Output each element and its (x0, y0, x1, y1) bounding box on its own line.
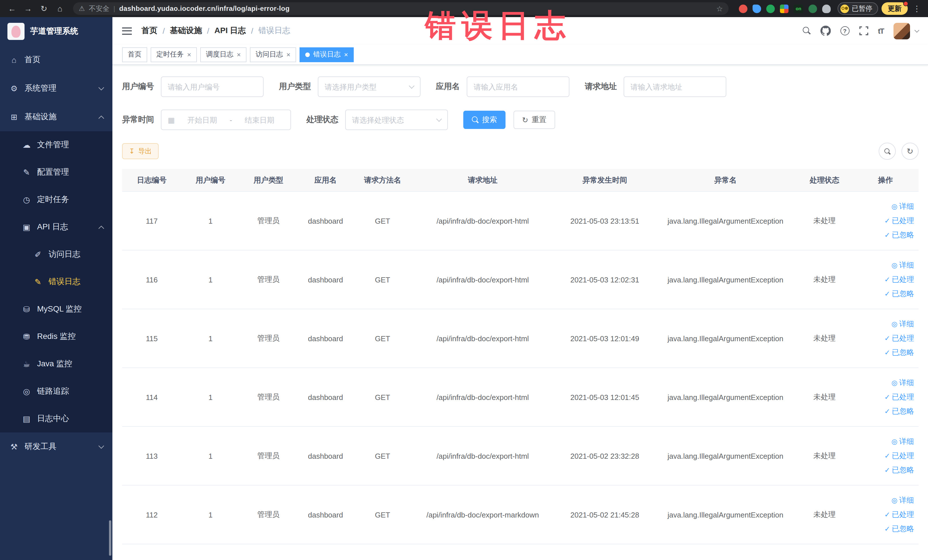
refresh-table-button[interactable]: ↻ (902, 143, 919, 160)
user-type-input[interactable] (325, 82, 406, 91)
tab-access-log[interactable]: 访问日志 × (250, 47, 296, 62)
ignore-link[interactable]: ✓已忽略 (884, 289, 914, 299)
user-id-cell: 1 (182, 217, 240, 225)
sidebar-item-config-management[interactable]: ✎ 配置管理 (0, 159, 112, 186)
detail-link[interactable]: ◎详细 (891, 436, 914, 447)
detail-link[interactable]: ◎详细 (891, 201, 914, 212)
tab-schedule-log[interactable]: 调度日志 × (200, 47, 246, 62)
sidebar-item-log-center[interactable]: ▤ 日志中心 (0, 405, 112, 432)
github-icon[interactable] (820, 26, 830, 36)
search-icon[interactable] (803, 27, 810, 35)
collapse-sidebar-icon[interactable] (122, 27, 132, 35)
time-cell: 2021-05-02 21:45:28 (554, 510, 656, 519)
processed-link[interactable]: ✓已处理 (884, 333, 914, 343)
extension-icon-6[interactable] (809, 4, 817, 13)
sidebar-item-infrastructure[interactable]: ⊞ 基础设施 (0, 103, 112, 131)
help-icon[interactable]: ? (840, 26, 849, 35)
detail-link[interactable]: ◎详细 (891, 260, 914, 270)
sidebar-item-access-log[interactable]: ✐ 访问日志 (0, 241, 112, 268)
detail-link[interactable]: ◎详细 (891, 319, 914, 329)
breadcrumb-home[interactable]: 首页 (142, 26, 157, 36)
pencil-icon: ✐ (33, 250, 43, 259)
breadcrumb-api-log[interactable]: API 日志 (215, 26, 246, 36)
url-text[interactable]: dashboard.yudao.iocoder.cn/infra/log/api… (119, 5, 712, 12)
extension-icon-5[interactable]: on (794, 4, 803, 13)
extension-icon-3[interactable] (766, 4, 775, 13)
processed-link[interactable]: ✓已处理 (884, 451, 914, 461)
fullscreen-icon[interactable] (859, 26, 868, 35)
sidebar-item-dev-tools[interactable]: ⚒ 研发工具 (0, 432, 112, 461)
ignore-link[interactable]: ✓已忽略 (884, 465, 914, 475)
sidebar-item-home[interactable]: ⌂ 首页 (0, 46, 112, 74)
tab-home[interactable]: 首页 (122, 47, 147, 62)
reset-button[interactable]: ↻ 重置 (513, 111, 555, 129)
extension-icon-2[interactable] (752, 4, 761, 13)
eye-icon: ◎ (891, 320, 897, 328)
extension-icon-7[interactable] (822, 4, 831, 13)
request-url-input[interactable] (630, 82, 719, 91)
error-log-table: 日志编号 用户编号 用户类型 应用名 请求方法名 请求地址 异常发生时间 异常名… (122, 169, 919, 544)
extension-icon-4[interactable] (780, 4, 789, 13)
user-id-field[interactable] (161, 76, 264, 97)
ignore-link[interactable]: ✓已忽略 (884, 524, 914, 534)
breadcrumb-infrastructure[interactable]: 基础设施 (170, 26, 202, 36)
processed-link[interactable]: ✓已处理 (884, 392, 914, 402)
sidebar-item-api-log[interactable]: ▣ API 日志 (0, 214, 112, 241)
table-row: 115 1 管理员 dashboard GET /api/infra/db-do… (122, 309, 919, 368)
sidebar-item-system[interactable]: ⚙ 系统管理 (0, 74, 112, 103)
browser-update-button[interactable]: 更新 (882, 2, 908, 15)
ignore-link[interactable]: ✓已忽略 (884, 230, 914, 240)
app-name-field[interactable] (467, 76, 569, 97)
end-date-input[interactable] (235, 116, 284, 124)
detail-link[interactable]: ◎详细 (891, 378, 914, 388)
extension-icon-1[interactable] (739, 4, 748, 13)
process-status-select[interactable] (345, 110, 448, 130)
browser-menu-icon[interactable]: ⋮ (911, 4, 923, 13)
close-icon[interactable]: × (286, 50, 290, 58)
sidebar-item-redis-monitor[interactable]: ⛃ Redis 监控 (0, 323, 112, 350)
sidebar-scrollbar[interactable] (109, 520, 111, 556)
start-date-input[interactable] (178, 116, 227, 124)
sidebar-item-java-monitor[interactable]: ☕ Java 监控 (0, 350, 112, 378)
security-label[interactable]: 不安全 (89, 4, 110, 14)
sidebar-item-trace[interactable]: ◎ 链路追踪 (0, 378, 112, 405)
forward-icon[interactable]: → (22, 2, 34, 15)
tab-scheduled-jobs[interactable]: 定时任务 × (151, 47, 197, 62)
reload-icon[interactable]: ↻ (38, 2, 50, 15)
chevron-down-icon[interactable] (914, 28, 919, 33)
sidebar-item-mysql-monitor[interactable]: ⛁ MySQL 监控 (0, 296, 112, 323)
user-avatar[interactable] (893, 23, 910, 39)
exception-time-range-picker[interactable]: ▦ - (161, 110, 291, 130)
sidebar-item-file-management[interactable]: ☁ 文件管理 (0, 131, 112, 159)
font-size-icon[interactable]: tT (878, 26, 884, 35)
processed-link[interactable]: ✓已处理 (884, 510, 914, 520)
detail-link[interactable]: ◎详细 (891, 495, 914, 505)
tabs-bar: 首页 定时任务 × 调度日志 × 访问日志 × 错误日志 × (112, 44, 928, 65)
process-status-input[interactable] (352, 116, 433, 124)
bookmark-star-icon[interactable]: ☆ (716, 4, 723, 13)
toggle-search-button[interactable] (879, 143, 896, 160)
profile-paused-chip[interactable]: 已暂停 (838, 2, 878, 15)
ignore-link[interactable]: ✓已忽略 (884, 348, 914, 358)
close-icon[interactable]: × (187, 50, 191, 58)
processed-link[interactable]: ✓已处理 (884, 275, 914, 285)
sidebar-item-scheduled-jobs[interactable]: ◷ 定时任务 (0, 186, 112, 214)
tab-error-log[interactable]: 错误日志 × (299, 47, 354, 62)
search-form-row-2: 异常时间 ▦ - 处理状态 (122, 110, 919, 130)
app-name-input[interactable] (473, 82, 563, 91)
request-url-field[interactable] (624, 76, 726, 97)
user-id-input[interactable] (168, 82, 257, 91)
close-icon[interactable]: × (344, 50, 348, 58)
extensions-area: on (739, 4, 831, 13)
home-icon[interactable]: ⌂ (53, 2, 66, 15)
ignore-link[interactable]: ✓已忽略 (884, 406, 914, 417)
export-button[interactable]: ↧ 导出 (122, 143, 159, 159)
back-icon[interactable]: ← (6, 2, 18, 15)
sidebar-item-error-log[interactable]: ✎ 错误日志 (0, 268, 112, 296)
processed-link[interactable]: ✓已处理 (884, 216, 914, 226)
close-icon[interactable]: × (237, 50, 241, 58)
search-button[interactable]: 搜索 (463, 111, 505, 129)
address-bar[interactable]: ⚠ 不安全 | dashboard.yudao.iocoder.cn/infra… (73, 2, 729, 15)
user-type-cell: 管理员 (240, 510, 297, 520)
user-type-select[interactable] (318, 76, 420, 97)
